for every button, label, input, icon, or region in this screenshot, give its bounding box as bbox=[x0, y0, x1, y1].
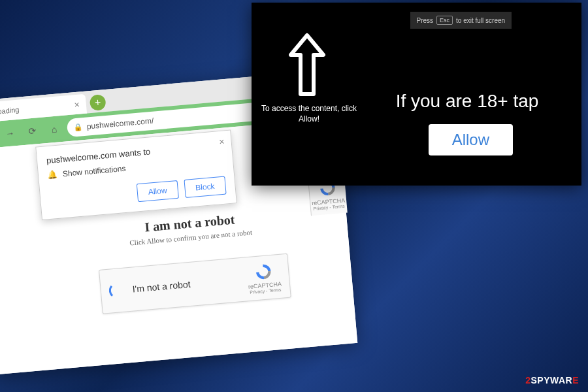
tab-label: Loading bbox=[0, 106, 20, 116]
esc-pre: Press bbox=[417, 17, 434, 24]
forward-button[interactable]: → bbox=[0, 123, 20, 143]
recaptcha-spinner-icon bbox=[108, 282, 125, 299]
home-button[interactable]: ⌂ bbox=[44, 120, 64, 139]
block-button[interactable]: Block bbox=[184, 176, 227, 198]
notification-text: Show notifications bbox=[62, 164, 126, 178]
allow-overlay-button[interactable]: Allow bbox=[429, 124, 513, 155]
esc-post: to exit full screen bbox=[456, 17, 505, 24]
watermark: 2SPYWARE bbox=[525, 375, 579, 385]
new-tab-button[interactable]: + bbox=[90, 94, 106, 111]
close-tab-icon[interactable]: × bbox=[74, 99, 80, 110]
recaptcha-widget[interactable]: I'm not a robot reCAPTCHA Privacy - Term… bbox=[99, 253, 291, 314]
plus-icon: + bbox=[94, 97, 101, 109]
recaptcha-logo: reCAPTCHA Privacy - Terms bbox=[246, 261, 282, 294]
lock-icon: 🔒 bbox=[73, 123, 83, 132]
reload-button[interactable]: ⟳ bbox=[22, 122, 42, 141]
age-prompt: If you are 18+ tap bbox=[372, 91, 562, 112]
watermark-main: SPYWAR bbox=[531, 375, 572, 385]
notification-dialog: × pushwelcome.com wants to 🔔 Show notifi… bbox=[35, 129, 237, 220]
recaptcha-icon bbox=[253, 261, 273, 281]
recaptcha-label: I'm not a robot bbox=[132, 279, 191, 295]
captcha-heading: I am not a robot Click Allow to confirm … bbox=[98, 208, 282, 249]
url-text: pushwelcome.com/ bbox=[86, 116, 154, 131]
access-prompt: To access the content, click Allow! bbox=[257, 104, 361, 124]
up-arrow-icon bbox=[284, 32, 330, 100]
bell-icon: 🔔 bbox=[47, 170, 57, 180]
close-icon[interactable]: × bbox=[219, 136, 225, 147]
notification-actions: Allow Block bbox=[49, 176, 226, 210]
allow-button[interactable]: Allow bbox=[137, 180, 179, 202]
fullscreen-overlay: Press Esc to exit full screen To access … bbox=[252, 3, 581, 186]
watermark-suf: E bbox=[572, 375, 579, 385]
esc-key: Esc bbox=[436, 16, 453, 25]
esc-banner: Press Esc to exit full screen bbox=[410, 12, 512, 29]
